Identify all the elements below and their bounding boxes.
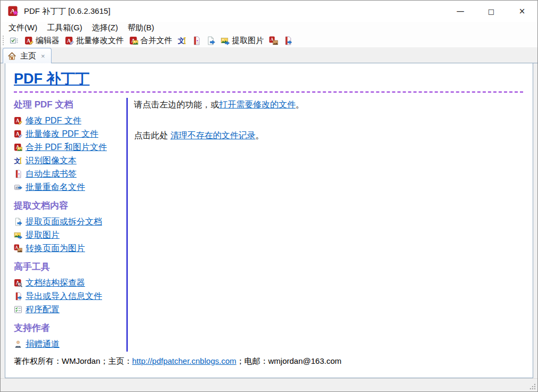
open-file-link[interactable]: 打开需要修改的文件 [219,100,296,109]
section-extract-content: 提取文档内容 提取页面或拆分文档 提取图片 A 转换页面为图片 [14,200,127,254]
pdf-merge-icon: A [14,143,22,152]
tab-close-icon[interactable]: × [40,53,46,60]
ocr-icon: 文 [14,156,22,165]
sidebar-item-structure-inspector[interactable]: A 文档结构探查器 [14,277,127,288]
toolbar-merge-label: 合并文件 [140,36,172,46]
toolbar-page-extract-button[interactable] [204,35,217,46]
instruction-line-2: 点击此处 清理不存在的文件记录。 [134,130,524,141]
section-heading: 高手工具 [14,261,127,273]
resize-grip-icon[interactable] [529,383,536,390]
clean-missing-records-link[interactable]: 清理不存在的文件记录 [170,131,255,140]
rename-icon: ab [14,183,22,191]
menu-select[interactable]: 选择(Z) [87,22,123,34]
toolbar-image-extract-button[interactable]: 提取图片 [218,35,266,47]
sidebar-item-import-export-info[interactable]: 导出或导入信息文件 [14,290,127,302]
menu-bar: 文件(W) 工具箱(G) 选择(Z) 帮助(B) [1,22,537,34]
sidebar-link-label[interactable]: 导出或导入信息文件 [26,290,102,302]
page-background: PDF 补丁丁 处理 PDF 文档 A 修改 PDF 文件 A 批量修改 PDF… [1,63,537,378]
menu-file[interactable]: 文件(W) [4,22,42,34]
sidebar-item-page-to-image[interactable]: A 转换页面为图片 [14,243,127,254]
menu-help[interactable]: 帮助(B) [123,22,159,34]
sidebar-link-label[interactable]: 提取图片 [26,229,60,240]
copyright-line: 著作权所有：WMJordan；主页：http://pdfpatcher.cnbl… [14,356,524,366]
homepage-link[interactable]: http://pdfpatcher.cnblogs.com [132,356,237,365]
sidebar-link-label[interactable]: 自动生成书签 [26,168,77,179]
sidebar-link-label[interactable]: 捐赠通道 [26,338,60,349]
section-support-author: 支持作者 捐赠通道 [14,322,127,349]
toolbar: A 编辑器 A 批量修改文件 A 合并文件 文 提取图片 A [1,34,537,47]
sidebar-link-label[interactable]: 提取页面或拆分文档 [26,216,102,227]
sidebar-item-ocr[interactable]: 文 识别图像文本 [14,155,127,166]
toolbar-info-file-button[interactable] [281,35,295,46]
copyright-text: 著作权所有：WMJordan；主页： [14,356,132,365]
bookmark-icon [192,36,201,45]
page-extract-icon [14,218,22,226]
function-sidebar: 处理 PDF 文档 A 修改 PDF 文件 A 批量修改 PDF 文件 A 合并… [14,98,127,352]
pdf-edit-icon: A [24,36,33,45]
toolbar-batch-modify-label: 批量修改文件 [76,36,124,46]
instruction-text: 。 [255,131,264,140]
sidebar-item-merge-pdf-images[interactable]: A 合并 PDF 和图片文件 [14,141,127,153]
maximize-button[interactable]: □ [476,1,507,22]
sidebar-item-batch-modify-pdf[interactable]: A 批量修改 PDF 文件 [14,128,127,139]
sidebar-item-donate[interactable]: 捐赠通道 [14,338,127,349]
options-checkbox-icon [10,36,19,45]
main-instructions: 请点击左边的功能，或打开需要修改的文件。 点击此处 清理不存在的文件记录。 [128,98,524,352]
sidebar-item-app-config[interactable]: 程序配置 [14,304,127,315]
content-columns: 处理 PDF 文档 A 修改 PDF 文件 A 批量修改 PDF 文件 A 合并… [14,98,524,352]
tab-home-label: 主页 [20,51,36,61]
sidebar-item-extract-pages[interactable]: 提取页面或拆分文档 [14,216,127,227]
toolbar-bookmark-button[interactable] [190,35,203,46]
window-title: PDF 补丁丁 [0.6.2.3615] [24,6,111,16]
page-extract-icon [206,36,215,45]
app-home-title-link[interactable]: PDF 补丁丁 [14,70,90,88]
instruction-line-1: 请点击左边的功能，或打开需要修改的文件。 [134,99,524,111]
close-button[interactable]: × [507,1,537,22]
sidebar-link-label[interactable]: 修改 PDF 文件 [26,115,81,126]
menu-toolbox[interactable]: 工具箱(G) [42,22,87,34]
config-icon [14,305,22,314]
toolbar-image-extract-label: 提取图片 [232,36,264,46]
sidebar-item-auto-bookmark[interactable]: 自动生成书签 [14,168,127,179]
pdf-batch-icon: A [65,36,74,45]
toolbar-grip [3,36,5,45]
dashed-divider [14,91,523,93]
toolbar-options-button[interactable] [8,35,21,46]
sidebar-link-label[interactable]: 批量修改 PDF 文件 [26,128,98,139]
sidebar-link-label[interactable]: 批量重命名文件 [26,181,85,193]
image-extract-icon [221,36,230,45]
svg-text:A: A [16,118,20,123]
app-pdf-star-icon: A [7,5,19,17]
sidebar-item-extract-images[interactable]: 提取图片 [14,229,127,240]
instruction-text: 点击此处 [134,131,170,140]
instruction-text: 。 [296,100,304,109]
app-window: A PDF 补丁丁 [0.6.2.3615] — □ × 文件(W) 工具箱(G… [0,0,538,392]
pdf-to-image-icon: A [14,244,22,253]
info-file-icon [14,292,22,301]
toolbar-merge-button[interactable]: A 合并文件 [127,35,174,47]
pdf-to-image-icon: A [269,36,278,45]
toolbar-batch-modify-button[interactable]: A 批量修改文件 [63,35,126,47]
minimize-button[interactable]: — [445,1,476,22]
toolbar-editor-button[interactable]: A 编辑器 [22,35,62,47]
toolbar-page-to-image-button[interactable]: A [267,35,280,46]
sidebar-item-modify-pdf[interactable]: A 修改 PDF 文件 [14,115,127,126]
sidebar-link-label[interactable]: 程序配置 [26,304,60,315]
home-panel: PDF 补丁丁 处理 PDF 文档 A 修改 PDF 文件 A 批量修改 PDF… [5,63,533,378]
section-heading: 支持作者 [14,322,127,334]
bookmark-icon [14,170,22,178]
section-heading: 提取文档内容 [14,200,127,212]
sidebar-link-label[interactable]: 合并 PDF 和图片文件 [26,141,107,153]
email-text: wmjordan@163.com [268,356,341,365]
tab-home[interactable]: 主页 × [3,48,52,63]
svg-text:A: A [16,131,20,137]
section-process-pdf: 处理 PDF 文档 A 修改 PDF 文件 A 批量修改 PDF 文件 A 合并… [14,99,127,193]
sidebar-link-label[interactable]: 转换页面为图片 [26,243,85,254]
sidebar-link-label[interactable]: 文档结构探查器 [26,277,85,288]
sidebar-item-batch-rename[interactable]: ab 批量重命名文件 [14,181,127,193]
sidebar-link-label[interactable]: 识别图像文本 [26,155,77,166]
pdf-batch-icon: A [14,130,22,138]
toolbar-ocr-button[interactable]: 文 [175,35,189,46]
title-bar: A PDF 补丁丁 [0.6.2.3615] — □ × [1,1,537,22]
instruction-text: 请点击左边的功能，或 [134,100,219,109]
